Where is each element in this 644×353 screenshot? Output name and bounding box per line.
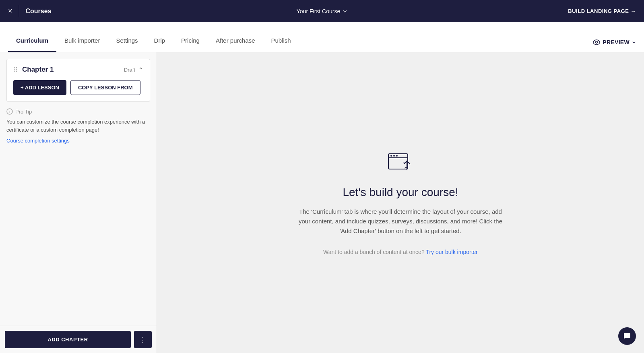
build-landing-button[interactable]: BUILD LANDING PAGE → bbox=[568, 8, 636, 14]
tab-settings[interactable]: Settings bbox=[108, 37, 146, 52]
sidebar: ⠿ Chapter 1 Draft ⌃ + ADD LESSON COPY LE… bbox=[0, 52, 157, 353]
pro-tip-text: You can customize the course completion … bbox=[6, 118, 150, 134]
sidebar-content: ⠿ Chapter 1 Draft ⌃ + ADD LESSON COPY LE… bbox=[0, 52, 157, 326]
main-content-area: Let's build your course! The 'Curriculum… bbox=[157, 52, 644, 353]
svg-point-0 bbox=[593, 40, 600, 45]
bulk-import-text: Want to add a bunch of content at once? … bbox=[296, 249, 505, 255]
course-selector[interactable]: Your First Course bbox=[297, 8, 347, 14]
eye-icon bbox=[593, 39, 600, 45]
welcome-description: The 'Curriculum' tab is where you'll det… bbox=[296, 207, 505, 236]
svg-point-6 bbox=[390, 155, 392, 157]
copy-lesson-button[interactable]: COPY LESSON FROM bbox=[70, 80, 140, 95]
chapter-actions: + ADD LESSON COPY LESSON FROM bbox=[13, 80, 143, 95]
svg-point-7 bbox=[393, 155, 395, 157]
chevron-down-icon bbox=[343, 9, 347, 14]
course-build-icon bbox=[296, 151, 505, 176]
tabs-bar: Curriculum Bulk importer Settings Drip P… bbox=[0, 22, 644, 52]
chapter-collapse-icon[interactable]: ⌃ bbox=[138, 66, 143, 73]
tab-after-purchase[interactable]: After purchase bbox=[208, 37, 263, 52]
divider bbox=[19, 5, 19, 17]
pro-tip-label: Pro Tip bbox=[15, 109, 32, 115]
welcome-title: Let's build your course! bbox=[296, 186, 505, 199]
svg-text:i: i bbox=[9, 109, 10, 114]
tab-bulk-importer[interactable]: Bulk importer bbox=[56, 37, 108, 52]
add-lesson-button[interactable]: + ADD LESSON bbox=[13, 80, 66, 95]
preview-label: PREVIEW bbox=[603, 39, 630, 45]
more-options-button[interactable]: ⋮ bbox=[134, 331, 152, 348]
top-bar: × Courses Your First Course BUILD LANDIN… bbox=[0, 0, 644, 22]
tab-curriculum[interactable]: Curriculum bbox=[8, 37, 56, 52]
preview-chevron-icon bbox=[632, 40, 636, 44]
chapter-status-badge: Draft bbox=[124, 67, 135, 73]
course-name: Your First Course bbox=[297, 8, 340, 14]
preview-button[interactable]: PREVIEW bbox=[593, 39, 636, 45]
drag-handle-icon[interactable]: ⠿ bbox=[13, 66, 18, 74]
chat-icon bbox=[623, 332, 631, 340]
close-button[interactable]: × bbox=[8, 7, 12, 15]
welcome-card: Let's build your course! The 'Curriculum… bbox=[288, 142, 513, 263]
add-chapter-button[interactable]: ADD CHAPTER bbox=[5, 331, 131, 348]
tab-publish[interactable]: Publish bbox=[263, 37, 299, 52]
chapter-card: ⠿ Chapter 1 Draft ⌃ + ADD LESSON COPY LE… bbox=[6, 59, 150, 102]
course-completion-link[interactable]: Course completion settings bbox=[6, 138, 70, 144]
bulk-importer-link[interactable]: Try our bulk importer bbox=[426, 249, 478, 255]
main-layout: ⠿ Chapter 1 Draft ⌃ + ADD LESSON COPY LE… bbox=[0, 52, 644, 353]
chat-bubble-button[interactable] bbox=[618, 327, 636, 345]
pro-tip-header: i Pro Tip bbox=[6, 108, 150, 115]
pro-tip-icon: i bbox=[6, 108, 13, 115]
svg-point-1 bbox=[596, 41, 598, 43]
tab-pricing[interactable]: Pricing bbox=[173, 37, 208, 52]
svg-point-8 bbox=[396, 155, 398, 157]
app-title: Courses bbox=[26, 8, 52, 15]
tab-drip[interactable]: Drip bbox=[146, 37, 173, 52]
chapter-header: ⠿ Chapter 1 Draft ⌃ bbox=[13, 66, 143, 74]
sidebar-bottom: ADD CHAPTER ⋮ bbox=[0, 326, 157, 353]
chapter-title: Chapter 1 bbox=[22, 66, 124, 74]
pro-tip-section: i Pro Tip You can customize the course c… bbox=[6, 108, 150, 144]
